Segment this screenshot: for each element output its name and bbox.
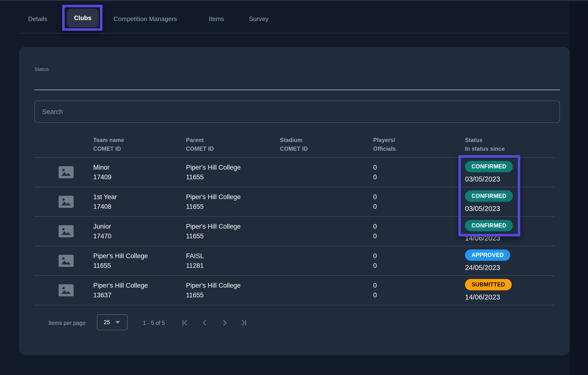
status-badge: CONFIRMED — [465, 190, 513, 202]
players-officials-cell: 00 — [373, 246, 465, 275]
right-gutter — [570, 0, 588, 375]
parent-cell: Piper's Hill College11655 — [186, 276, 280, 305]
paginator: Items per page 25 1 - 5 of 5 — [19, 312, 539, 334]
table-header-row: Team nameCOMET IDParentCOMET IDStadiumCO… — [34, 133, 555, 158]
in-status-since-date: 24/05/2023 — [465, 263, 500, 272]
team-name-cell: Piper's Hill College11655 — [93, 246, 186, 275]
tab-clubs-active[interactable]: Clubs — [67, 9, 99, 27]
club-logo-placeholder — [59, 166, 74, 178]
last-page-button[interactable] — [238, 317, 249, 328]
club-logo-cell — [34, 276, 93, 305]
tab-survey[interactable]: Survey — [249, 14, 269, 23]
stadium-cell — [280, 158, 373, 187]
tab-details[interactable]: Details — [28, 14, 47, 23]
first-page-button[interactable] — [180, 317, 190, 328]
tab-items[interactable]: Items — [209, 14, 224, 23]
first-page-icon — [180, 318, 190, 328]
team-name-cell: Piper's Hill College13637 — [93, 276, 186, 305]
club-logo-placeholder — [59, 196, 74, 208]
status-badge: CONFIRMED — [465, 161, 513, 172]
clubs-table: Team nameCOMET IDParentCOMET IDStadiumCO… — [34, 133, 555, 305]
players-officials-cell: 00 — [373, 217, 465, 246]
column-header-stadium: StadiumCOMET ID — [280, 133, 373, 157]
table-row[interactable]: Minor17409Piper's Hill College1165500CON… — [34, 158, 555, 187]
team-name-cell: Minor17409 — [93, 158, 186, 187]
window-top-edge — [0, 0, 588, 1]
last-page-icon — [239, 318, 249, 328]
players-officials-cell: 00 — [373, 158, 465, 187]
table-row[interactable]: Junior17470Piper's Hill College1165500CO… — [34, 217, 555, 246]
column-header-players: Players/Officials — [373, 133, 465, 157]
club-logo-cell — [34, 187, 93, 216]
club-logo-cell — [34, 217, 93, 246]
club-logo-cell — [34, 158, 93, 187]
players-officials-cell: 00 — [373, 187, 465, 216]
status-badge: APPROVED — [465, 249, 510, 261]
status-badge: CONFIRMED — [465, 220, 513, 231]
tab-competition-managers[interactable]: Competition Managers — [114, 14, 177, 23]
players-officials-cell: 00 — [373, 276, 465, 305]
parent-cell: Piper's Hill College11655 — [186, 187, 280, 216]
clubs-panel: Status Team nameCOMET IDParentCOMET IDSt… — [19, 47, 570, 355]
status-cell: CONFIRMED03/05/2023 — [465, 158, 555, 187]
chevron-left-icon — [200, 318, 210, 328]
status-filter-select[interactable] — [34, 90, 560, 90]
parent-cell: Piper's Hill College11655 — [186, 217, 280, 246]
image-placeholder-icon — [61, 227, 72, 235]
in-status-since-date: 03/05/2023 — [465, 174, 500, 184]
page-range-label: 1 - 5 of 5 — [143, 319, 165, 327]
in-status-since-date: 03/05/2023 — [465, 204, 500, 213]
team-name-cell: 1st Year17408 — [93, 187, 186, 216]
page: DetailsClubsCompetition ManagersItemsSur… — [0, 0, 588, 375]
parent-cell: Piper's Hill College11655 — [186, 158, 280, 187]
tab-bar-divider — [19, 33, 569, 33]
column-header-team-name: Team nameCOMET ID — [93, 133, 186, 157]
table-row[interactable]: Piper's Hill College11655FAISL1128100APP… — [34, 246, 555, 276]
status-cell: APPROVED24/05/2023 — [465, 246, 555, 275]
search-input[interactable] — [34, 101, 560, 123]
column-header-parent: ParentCOMET ID — [186, 133, 280, 157]
page-size-select[interactable]: 25 — [97, 314, 128, 330]
club-logo-placeholder — [59, 255, 74, 267]
in-status-since-date: 14/06/2023 — [465, 233, 500, 243]
tab-bar: DetailsClubsCompetition ManagersItemsSur… — [0, 0, 570, 34]
chevron-down-icon — [116, 321, 120, 324]
parent-cell: FAISL11281 — [186, 246, 280, 275]
stadium-cell — [280, 187, 373, 216]
page-size-value: 25 — [104, 319, 110, 326]
search-box — [34, 101, 560, 123]
status-cell: SUBMITTED14/06/2023 — [465, 276, 555, 305]
in-status-since-date: 14/06/2023 — [465, 293, 500, 302]
image-placeholder-icon — [61, 286, 72, 294]
image-placeholder-icon — [61, 257, 72, 265]
stadium-cell — [280, 246, 373, 275]
stadium-cell — [280, 217, 373, 246]
club-logo-placeholder — [59, 225, 74, 237]
header-image-column — [34, 133, 93, 157]
chevron-right-icon — [220, 318, 229, 328]
next-page-button[interactable] — [219, 317, 230, 328]
club-logo-cell — [34, 246, 93, 275]
status-cell: CONFIRMED03/05/2023 — [465, 187, 555, 216]
image-placeholder-icon — [61, 168, 72, 176]
previous-page-button[interactable] — [200, 317, 210, 328]
status-cell: CONFIRMED14/06/2023 — [465, 217, 555, 246]
table-row[interactable]: Piper's Hill College13637Piper's Hill Co… — [34, 276, 555, 305]
items-per-page-label: Items per page — [48, 319, 85, 327]
image-placeholder-icon — [61, 198, 72, 206]
team-name-cell: Junior17470 — [93, 217, 186, 246]
club-logo-placeholder — [59, 284, 74, 296]
column-header-status: StatusIn status since — [465, 133, 555, 157]
stadium-cell — [280, 276, 373, 305]
status-filter-label: Status — [34, 66, 49, 72]
table-row[interactable]: 1st Year17408Piper's Hill College1165500… — [34, 187, 555, 217]
status-badge: SUBMITTED — [465, 279, 512, 290]
